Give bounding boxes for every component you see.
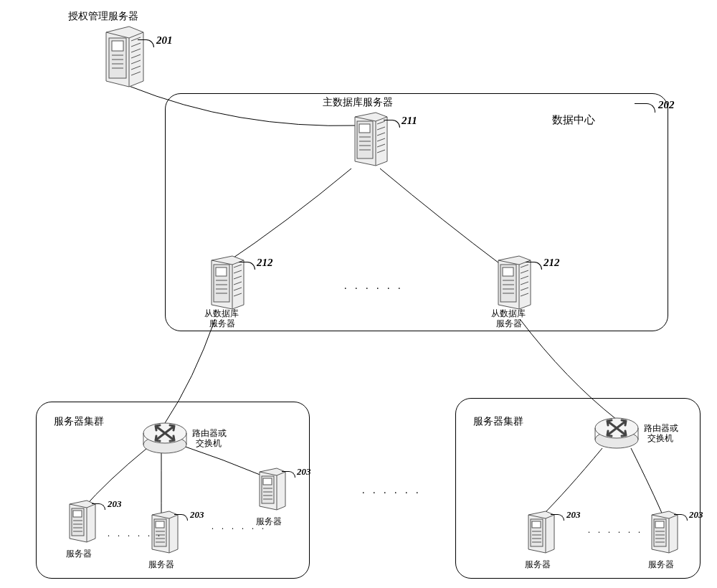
ellipsis: · · · · · ·: [108, 531, 163, 541]
svg-rect-32: [73, 511, 82, 517]
server-label: 服务器: [148, 559, 174, 569]
server-label: 服务器: [525, 559, 551, 569]
ref-203: 203: [689, 509, 703, 521]
router-icon: [140, 417, 190, 457]
svg-rect-2: [112, 41, 123, 51]
master-db-label: 主数据库服务器: [323, 97, 393, 109]
svg-rect-55: [532, 521, 541, 528]
router-icon: [592, 412, 642, 452]
svg-rect-46: [263, 478, 272, 485]
auth-server-title: 授权管理服务器: [68, 11, 138, 23]
server-label: 服务器: [648, 559, 674, 569]
ref-203: 203: [108, 498, 122, 510]
ellipsis: · · · · · ·: [588, 527, 643, 538]
slave-db-label-l1: 从数据库: [491, 308, 526, 318]
router-label-l2: 交换机: [196, 438, 222, 448]
auth-server-icon: [93, 25, 151, 93]
slave-db-label-l2: 服务器: [496, 318, 522, 328]
ref-connector: [635, 103, 655, 113]
data-center-label: 数据中心: [552, 113, 595, 126]
router-label-l2: 交换机: [647, 433, 673, 443]
slave-db-label-l2: 服务器: [209, 318, 235, 328]
ellipsis: · · · · · ·: [212, 523, 267, 534]
ref-212-left: 212: [257, 257, 273, 269]
slave-db-label-l1: 从数据库: [204, 308, 239, 318]
ref-203: 203: [566, 509, 581, 521]
svg-rect-62: [655, 521, 664, 528]
ref-212-right: 212: [543, 257, 560, 269]
router-label-l1: 路由器或: [192, 428, 227, 438]
svg-rect-23: [503, 267, 513, 276]
ref-203: 203: [297, 466, 311, 478]
cluster-label-left: 服务器集群: [54, 416, 104, 428]
svg-rect-16: [216, 267, 227, 276]
ellipsis: · · · · · ·: [362, 488, 422, 499]
cluster-label-right: 服务器集群: [473, 416, 523, 428]
router-label-l1: 路由器或: [644, 423, 678, 433]
ref-201: 201: [156, 34, 173, 47]
svg-rect-39: [156, 521, 164, 528]
server-label: 服务器: [66, 549, 92, 559]
ref-211: 211: [402, 115, 417, 127]
svg-rect-9: [359, 124, 370, 133]
ellipsis: · · · · · ·: [344, 283, 404, 295]
ref-202: 202: [658, 99, 675, 111]
ref-203: 203: [190, 509, 204, 521]
